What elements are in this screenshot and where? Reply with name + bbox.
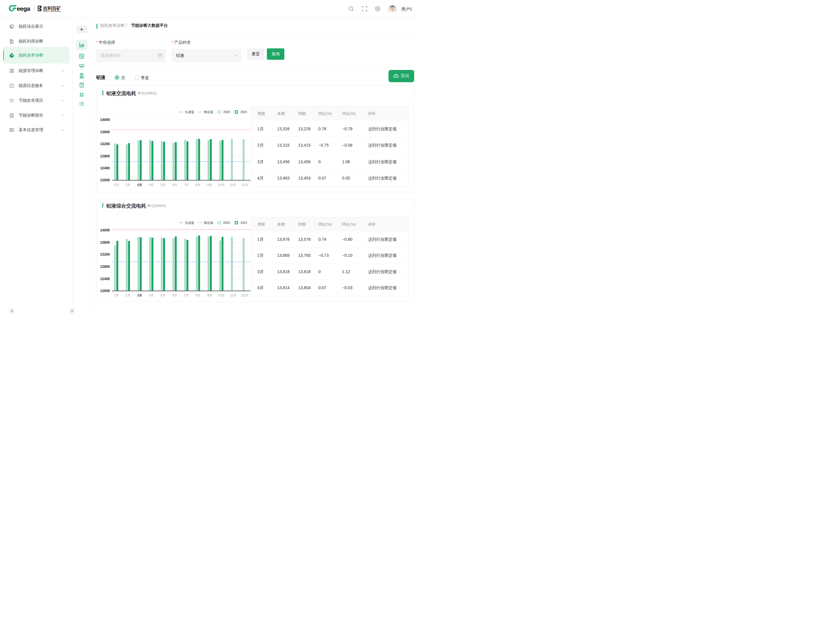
svg-text:6月: 6月 <box>172 183 177 187</box>
svg-text:13200: 13200 <box>100 142 110 146</box>
svg-text:5月: 5月 <box>160 183 165 187</box>
svg-text:12800: 12800 <box>100 264 110 269</box>
svg-text:2020: 2020 <box>223 221 230 224</box>
svg-text:吉利百矿: 吉利百矿 <box>43 6 61 11</box>
svg-text:eega: eega <box>17 5 30 12</box>
svg-text:9月: 9月 <box>207 183 212 187</box>
svg-text:8月: 8月 <box>196 183 200 187</box>
svg-text:12000: 12000 <box>100 289 110 293</box>
svg-text:11月: 11月 <box>230 183 236 187</box>
svg-text:4月: 4月 <box>149 183 153 187</box>
svg-text:9月: 9月 <box>207 293 212 297</box>
svg-text:2021: 2021 <box>240 110 247 114</box>
svg-text:14000: 14000 <box>100 118 110 122</box>
svg-text:3月: 3月 <box>137 183 142 187</box>
svg-text:7月: 7月 <box>184 183 188 187</box>
svg-text:11月: 11月 <box>230 293 236 297</box>
svg-text:先进值: 先进值 <box>185 110 194 114</box>
svg-text:13200: 13200 <box>100 252 110 257</box>
svg-text:3月: 3月 <box>137 293 142 297</box>
svg-text:12000: 12000 <box>100 178 110 182</box>
svg-text:4月: 4月 <box>149 293 153 297</box>
svg-text:12800: 12800 <box>100 154 110 158</box>
svg-text:先进值: 先进值 <box>185 221 194 224</box>
svg-text:1月: 1月 <box>114 293 118 297</box>
svg-text:13600: 13600 <box>100 130 110 134</box>
svg-text:2月: 2月 <box>125 293 130 297</box>
svg-text:10月: 10月 <box>218 293 224 297</box>
svg-text:限定值: 限定值 <box>204 221 213 224</box>
svg-text:1月: 1月 <box>114 183 118 187</box>
svg-text:12400: 12400 <box>100 277 110 281</box>
svg-text:2月: 2月 <box>125 183 130 187</box>
svg-text:14000: 14000 <box>100 228 110 232</box>
svg-text:5月: 5月 <box>160 293 165 297</box>
svg-text:8月: 8月 <box>196 293 200 297</box>
svg-text:12400: 12400 <box>100 166 110 170</box>
svg-text:2020: 2020 <box>223 110 230 114</box>
svg-text:13600: 13600 <box>100 241 110 244</box>
svg-text:6月: 6月 <box>172 293 177 297</box>
svg-text:2021: 2021 <box>240 221 247 224</box>
svg-text:12月: 12月 <box>241 183 248 187</box>
svg-text:限定值: 限定值 <box>204 110 213 114</box>
svg-text:10月: 10月 <box>218 183 224 187</box>
svg-text:12月: 12月 <box>241 293 248 297</box>
svg-text:GEELY MATERIAL: GEELY MATERIAL <box>43 11 62 12</box>
svg-text:7月: 7月 <box>184 293 188 297</box>
